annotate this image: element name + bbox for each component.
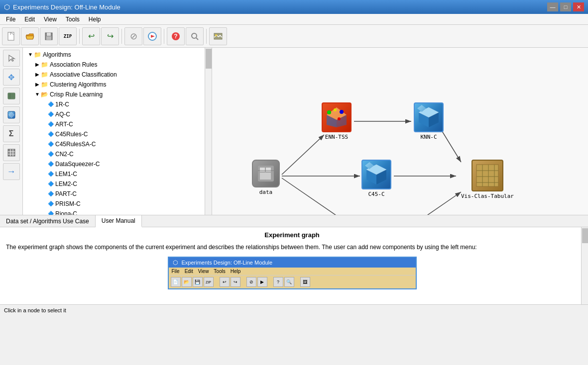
menu-file[interactable]: File — [2, 15, 19, 24]
tree-item-aq-c[interactable]: 🔷AQ-C — [25, 109, 210, 119]
tree-label: CN2-C — [55, 150, 74, 159]
ss-btn-1: 📄 — [171, 277, 181, 287]
screenshot-box: ⬡ Experiments Design: Off-Line Module Fi… — [168, 257, 417, 289]
tree-item-art-c[interactable]: 🔷ART-C — [25, 119, 210, 129]
tree-item-lem1-c[interactable]: 🔷LEM1-C — [25, 169, 210, 179]
new-button[interactable] — [2, 27, 20, 45]
ss-btn-8: ▶ — [257, 277, 267, 287]
bottom-scrollbar[interactable] — [581, 227, 588, 304]
toolbar: ZIP ↩ ↪ ⊘ ? — [0, 25, 588, 48]
svg-line-30 — [442, 131, 461, 162]
image-button[interactable] — [209, 27, 227, 45]
tree-panel: ▼ 📁 Algorithms ▶ 📁 Association Rules ▶ 📁… — [23, 48, 212, 215]
node-enn-tss[interactable]: ENN-TSS — [322, 102, 352, 140]
menu-view[interactable]: View — [40, 15, 61, 24]
menu-edit[interactable]: Edit — [20, 15, 39, 24]
menu-bar: File Edit View Tools Help — [0, 14, 588, 25]
bottom-scrollbar-thumb[interactable] — [582, 228, 588, 243]
arrow-tool[interactable]: → — [3, 163, 20, 180]
node-vis-clas-tabular[interactable]: Vis-Clas-Tabular — [461, 160, 514, 199]
sigma-tool[interactable]: Σ — [3, 125, 20, 142]
tree-label: 1R-C — [55, 100, 69, 109]
stop-button[interactable]: ⊘ — [124, 27, 142, 45]
bottom-tabs: Data set / Algorithms Use Case User Manu… — [0, 215, 588, 227]
svg-point-10 — [192, 33, 197, 38]
tree-item-crisp-rule-learning[interactable]: ▼ 📂 Crisp Rule Learning — [25, 90, 210, 99]
canvas-area[interactable]: data ENN-TSS — [212, 48, 588, 215]
bottom-panel: Data set / Algorithms Use Case User Manu… — [0, 215, 588, 304]
tree-label: DataSqueezer-C — [55, 160, 100, 169]
tree-label: PART-C — [55, 189, 77, 198]
folder-icon: 📁 — [41, 60, 48, 69]
move-tool[interactable]: ✥ — [3, 69, 20, 86]
save-button[interactable] — [40, 27, 58, 45]
node-c45-c[interactable]: C45-C — [361, 160, 391, 197]
node-knn-c[interactable]: KNN-C — [414, 102, 444, 140]
window-title: Experiments Design: Off-Line Module — [13, 3, 120, 11]
screenshot-titlebar: ⬡ Experiments Design: Off-Line Module — [169, 258, 416, 268]
tree-item-cn2-c[interactable]: 🔷CN2-C — [25, 149, 210, 159]
tree-label: Clustering Algorithms — [50, 80, 106, 89]
maximize-button[interactable]: □ — [560, 2, 571, 11]
tree-item-c45rules-c[interactable]: 🔷C45Rules-C — [25, 129, 210, 139]
ss-btn-7: ⊘ — [246, 277, 256, 287]
tree-item-datasqueezer-c[interactable]: 🔷DataSqueezer-C — [25, 159, 210, 169]
zip-button[interactable]: ZIP — [59, 27, 77, 45]
folder-icon: 📁 — [41, 80, 48, 89]
expand-icon — [41, 121, 48, 128]
node-icon: 🔷 — [48, 100, 54, 109]
svg-rect-36 — [260, 173, 271, 180]
tree-item-c45rulessa-c[interactable]: 🔷C45RulesSA-C — [25, 139, 210, 149]
expand-icon — [41, 210, 48, 215]
tree-item-prism-c[interactable]: 🔷PRISM-C — [25, 199, 210, 209]
tree-root-algorithms[interactable]: ▼ 📁 Algorithms — [25, 50, 210, 60]
search-button[interactable] — [186, 27, 204, 45]
menu-help[interactable]: Help — [85, 15, 105, 24]
tree-item-part-c[interactable]: 🔷PART-C — [25, 189, 210, 199]
experiment-graph-title: Experiment graph — [6, 231, 578, 239]
tree-item-1r-c[interactable]: 🔷1R-C — [25, 99, 210, 109]
app-icon: ⬡ — [4, 3, 10, 11]
folder-icon: 📁 — [34, 50, 41, 59]
grid-tool[interactable] — [3, 144, 20, 161]
tree-item-riona-c[interactable]: 🔷Riona-C — [25, 209, 210, 215]
help-button[interactable]: ? — [167, 27, 185, 45]
node-knn-c-label: KNN-C — [420, 134, 437, 140]
tree-item-association-rules[interactable]: ▶ 📁 Association Rules — [25, 60, 210, 70]
data-tool[interactable] — [3, 88, 20, 104]
tree-label: Crisp Rule Learning — [50, 90, 103, 99]
tree-item-lem2-c[interactable]: 🔷LEM2-C — [25, 179, 210, 189]
expand-icon — [41, 151, 48, 158]
svg-rect-0 — [8, 32, 14, 40]
zip-label: ZIP — [64, 34, 72, 39]
node-icon: 🔷 — [48, 130, 54, 139]
svg-point-13 — [215, 34, 217, 36]
experiment-graph-desc: The experiment graph shows the component… — [6, 243, 578, 252]
tree-label: LEM2-C — [55, 180, 77, 188]
tab-user-manual[interactable]: User Manual — [96, 215, 142, 227]
minimize-button[interactable]: — — [547, 2, 558, 11]
menu-tools[interactable]: Tools — [62, 15, 84, 24]
svg-line-28 — [282, 178, 361, 215]
tree-item-associative-classification[interactable]: ▶ 📁 Associative Classification — [25, 70, 210, 80]
undo-button[interactable]: ↩ — [82, 27, 100, 45]
title-bar-left: ⬡ Experiments Design: Off-Line Module — [4, 3, 120, 11]
tree-scrollbar[interactable] — [205, 48, 212, 215]
svg-rect-5 — [46, 36, 51, 40]
node-data[interactable]: data — [252, 160, 280, 195]
tree-scrollbar-thumb[interactable] — [206, 49, 212, 69]
tree-label: LEM1-C — [55, 170, 77, 179]
bottom-text-area: Experiment graph The experiment graph sh… — [0, 227, 588, 304]
close-button[interactable]: ✕ — [573, 2, 584, 11]
tab-dataset-algorithms[interactable]: Data set / Algorithms Use Case — [0, 215, 96, 227]
select-tool[interactable] — [3, 50, 20, 67]
tree-content[interactable]: ▼ 📁 Algorithms ▶ 📁 Association Rules ▶ 📁… — [23, 48, 212, 215]
redo-button[interactable]: ↪ — [101, 27, 119, 45]
tree-item-clustering-algorithms[interactable]: ▶ 📁 Clustering Algorithms — [25, 80, 210, 90]
folder-icon: 📂 — [41, 90, 48, 99]
algorithm-tool[interactable] — [3, 106, 20, 123]
run-button[interactable] — [143, 27, 161, 45]
tree-label: Associative Classification — [50, 70, 117, 79]
ss-btn-10: 🔍 — [284, 277, 294, 287]
open-button[interactable] — [21, 27, 39, 45]
